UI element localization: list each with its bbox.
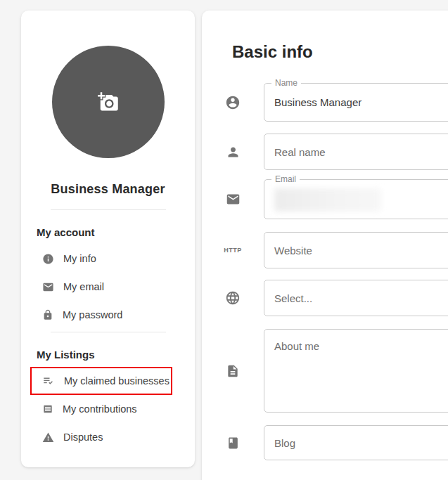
profile-name: Business Manager xyxy=(21,182,195,197)
playlist-check-icon xyxy=(42,375,55,387)
info-icon xyxy=(42,253,54,265)
globe-icon xyxy=(225,290,241,306)
sidebar-item-my-info[interactable]: My info xyxy=(37,245,179,273)
language-select: Select... xyxy=(264,280,448,316)
field-icon-col xyxy=(202,179,264,219)
blog-field-input[interactable] xyxy=(264,426,448,460)
sidebar-item-my-claimed-businesses[interactable]: My claimed businesses xyxy=(37,367,179,395)
document-icon xyxy=(226,364,240,378)
lock-icon xyxy=(42,309,53,320)
sidebar-item-label: My contributions xyxy=(63,403,137,415)
form-row-name-field: Name xyxy=(202,83,448,122)
sidebar-item-label: My claimed businesses xyxy=(64,375,169,387)
form-row-real-name-field xyxy=(202,134,448,170)
sidebar-item-my-email[interactable]: My email xyxy=(37,273,179,301)
form-row-language-select: Select... xyxy=(202,280,448,316)
name-field: Name xyxy=(264,83,448,122)
sidebar-item-label: My password xyxy=(63,309,122,320)
page-title: Basic info xyxy=(232,42,313,62)
divider xyxy=(51,332,166,332)
form-row-website-field: HTTP xyxy=(202,232,448,268)
field-icon-col xyxy=(202,134,264,170)
sidebar-item-label: My email xyxy=(63,281,104,292)
add-photo-icon xyxy=(98,91,119,112)
field-icon-col: HTTP xyxy=(202,232,264,268)
email-field-input[interactable] xyxy=(264,180,448,219)
email-icon xyxy=(226,192,241,207)
warning-icon xyxy=(42,432,54,443)
sidebar-item-disputes[interactable]: Disputes xyxy=(37,423,179,451)
website-field xyxy=(264,232,448,268)
person-icon xyxy=(226,145,241,160)
field-icon-col xyxy=(202,280,264,316)
website-field-input[interactable] xyxy=(264,233,448,268)
section-title-my-listings: My Listings xyxy=(37,349,195,361)
basic-info-card: Basic info NameEmailHTTPSelect... xyxy=(202,11,448,480)
avatar[interactable] xyxy=(52,46,165,158)
real-name-field xyxy=(264,134,448,170)
blog-field xyxy=(264,425,448,460)
book-icon xyxy=(226,436,240,450)
account-circle-icon xyxy=(225,95,241,110)
divider xyxy=(51,209,166,210)
email-field: Email xyxy=(264,179,448,219)
form-row-blog-field xyxy=(202,425,448,460)
section-list: My infoMy emailMy password xyxy=(21,245,195,329)
email-icon xyxy=(42,281,54,293)
real-name-field-input[interactable] xyxy=(264,134,448,169)
profile-card: Business Manager My accountMy infoMy ema… xyxy=(21,11,195,467)
field-icon-col xyxy=(202,329,264,413)
field-label: Email xyxy=(271,174,300,184)
field-label: Name xyxy=(271,78,301,88)
about-me-field xyxy=(264,329,448,413)
section-title-my-account: My account xyxy=(37,226,195,238)
section-list: My claimed businessesMy contributionsDis… xyxy=(21,367,195,451)
sidebar-item-my-contributions[interactable]: My contributions xyxy=(37,395,179,423)
language-select-input[interactable]: Select... xyxy=(264,280,448,316)
field-icon-col xyxy=(202,425,264,460)
form-row-about-me-field xyxy=(202,329,448,413)
form-row-email-field: Email xyxy=(202,179,448,219)
sidebar-nav: My accountMy infoMy emailMy passwordMy L… xyxy=(21,209,195,451)
field-icon-col xyxy=(202,83,264,122)
http-icon: HTTP xyxy=(224,247,242,254)
sidebar-item-label: My info xyxy=(63,253,96,264)
article-icon xyxy=(42,403,53,415)
about-me-field-input[interactable] xyxy=(264,330,448,412)
sidebar-item-label: Disputes xyxy=(63,432,103,443)
sidebar-item-my-password[interactable]: My password xyxy=(37,301,179,329)
name-field-input[interactable] xyxy=(264,84,448,121)
